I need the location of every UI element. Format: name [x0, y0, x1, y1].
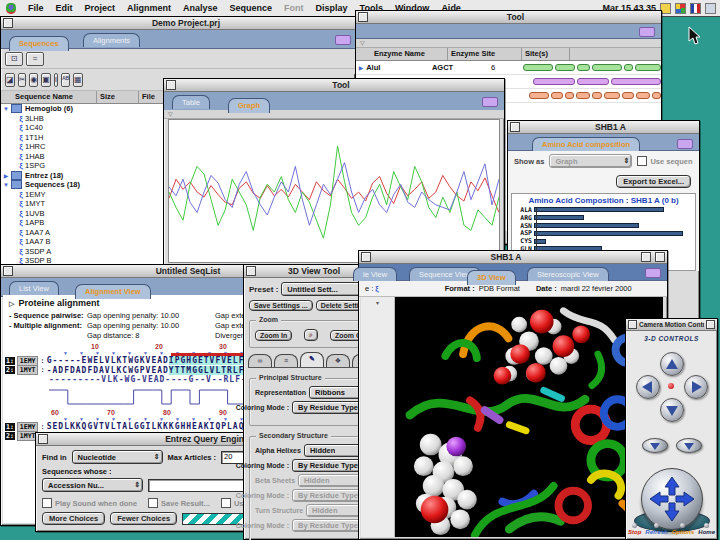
close-box[interactable] — [358, 12, 368, 22]
keyboard-layout-flag-icon[interactable] — [690, 3, 701, 14]
camera-tilt-right-button[interactable] — [676, 438, 702, 453]
tab-alignments[interactable]: Alignments — [83, 33, 140, 47]
viewer-side-controls[interactable]: ▾ — [361, 297, 395, 537]
close-box[interactable] — [166, 80, 176, 90]
rotate-icon[interactable]: ❖ — [326, 354, 350, 367]
zoom-in-button[interactable]: Zoom In — [255, 330, 292, 341]
save-settings-button[interactable]: Save Settings ... — [249, 300, 313, 311]
camera-left-button[interactable] — [636, 375, 660, 399]
close-box[interactable] — [628, 320, 637, 329]
camera-trackball[interactable] — [641, 468, 703, 530]
use-sequence-checkbox[interactable]: Use sequen — [637, 156, 692, 166]
camera-home-button[interactable]: Home — [698, 523, 715, 535]
collapse-widget-icon[interactable] — [335, 35, 351, 45]
menu-file[interactable]: File — [22, 3, 50, 13]
viewer-titlebar[interactable]: SHB1 A — [359, 251, 667, 264]
tab-3d-view[interactable]: 3D View — [467, 270, 516, 285]
menu-project[interactable]: Project — [79, 3, 122, 13]
twist-icon[interactable]: ▶ — [356, 64, 366, 71]
zoom-box[interactable] — [641, 252, 651, 262]
project-toolbar-top: ⊡= — [1, 49, 357, 69]
collapse-box[interactable] — [655, 252, 665, 262]
sequence-icon: ξ — [17, 228, 25, 237]
column-sequence-name[interactable]: Sequence Name — [1, 91, 97, 103]
field-select[interactable]: Accession Nu...⇕ — [42, 478, 143, 492]
menu-display[interactable]: Display — [310, 3, 354, 13]
close-box[interactable] — [246, 266, 256, 276]
amino-titlebar[interactable]: SHB1 A — [508, 121, 699, 134]
column-size[interactable]: Size — [97, 91, 139, 103]
camera-down-button[interactable] — [660, 398, 684, 422]
cursor-icon[interactable]: I — [54, 73, 58, 87]
twist-icon[interactable]: ▼ — [1, 106, 11, 112]
graph-disclosure[interactable]: ▽ — [164, 110, 504, 119]
tab-table[interactable]: Table — [172, 95, 210, 109]
find-in-select[interactable]: Nucleotide⇕ — [72, 450, 163, 464]
camera-stop-button[interactable]: Stop — [628, 523, 641, 535]
pencil-icon[interactable]: ✎ — [300, 352, 324, 367]
lock-icon[interactable]: ⊡ — [5, 52, 23, 66]
principal-group-label: Principal Structure — [256, 374, 325, 381]
enzyme-row[interactable]: ▶AluIAGCT6 — [356, 61, 661, 75]
fewer-choices-button[interactable]: Fewer Choices — [110, 512, 177, 525]
tab-alignment-view[interactable]: Alignment View — [75, 284, 151, 299]
apple-menu-icon[interactable] — [6, 3, 16, 14]
enzyme-titlebar[interactable]: Tool — [356, 11, 661, 24]
collapse-widget-icon[interactable] — [677, 139, 693, 149]
menu-sequence[interactable]: Sequence — [224, 3, 279, 13]
close-box[interactable] — [361, 252, 371, 262]
show-as-select[interactable]: Graph⇕ — [549, 154, 632, 168]
close-box[interactable] — [510, 122, 520, 132]
twist-icon[interactable]: ▼ — [1, 182, 11, 188]
preset-select[interactable]: Untitled Sett...⇕ — [281, 282, 368, 296]
project-titlebar[interactable]: Demo Project.prj — [1, 17, 357, 30]
export-to-excel-button[interactable]: Export to Excel... — [616, 175, 691, 188]
scissors-icon[interactable]: ✂ — [18, 73, 27, 87]
column-enzyme-name[interactable]: Enzyme Name — [356, 48, 448, 60]
binoculars-icon[interactable]: ∞ — [248, 354, 272, 367]
menu-analyse[interactable]: Analyse — [177, 3, 224, 13]
graph-titlebar[interactable]: Tool — [164, 79, 504, 92]
equals-icon[interactable]: = — [26, 52, 44, 66]
column-site-s-[interactable]: Site(s) — [522, 48, 570, 60]
color-grid-icon[interactable] — [675, 3, 686, 14]
tab-le-view[interactable]: le View — [353, 267, 397, 281]
camera-right-button[interactable] — [684, 375, 708, 399]
sliders-icon[interactable]: ≡ — [274, 354, 298, 367]
tab-list-view[interactable]: List View — [9, 281, 59, 295]
menu-alignment[interactable]: Alignment — [121, 3, 177, 13]
grid-icon[interactable]: ▦ — [73, 73, 83, 87]
tab-amino-acid-composition[interactable]: Amino Acid composition — [532, 137, 640, 151]
close-box[interactable] — [38, 434, 48, 444]
molecule-3d-view[interactable] — [395, 297, 663, 537]
checkbox-play-sound-when-done[interactable]: Play Sound when done — [42, 498, 137, 508]
globe-icon[interactable]: ◉ — [29, 73, 38, 87]
collapse-widget-icon[interactable] — [482, 97, 498, 107]
camera-options-button[interactable]: Options — [672, 523, 695, 535]
finder-icon[interactable] — [705, 3, 716, 14]
collapse-widget-icon[interactable] — [639, 27, 655, 37]
collapse-box[interactable] — [706, 320, 715, 329]
close-box[interactable] — [3, 18, 13, 28]
tab-graph[interactable]: Graph — [228, 98, 270, 113]
collapse-widget-icon[interactable] — [645, 268, 661, 278]
camera-titlebar[interactable]: Camera Motion Contr... — [626, 319, 717, 331]
frame-icon[interactable]: ▣ — [41, 73, 51, 87]
mouse-cursor — [688, 26, 701, 45]
column-enzyme-site[interactable]: Enzyme Site — [448, 48, 522, 60]
more-choices-button[interactable]: More Choices — [42, 512, 105, 525]
twist-icon[interactable]: ▶ — [1, 172, 11, 179]
checkbox-save-result-[interactable]: Save Result... — [148, 498, 210, 508]
magnifier-button[interactable]: ⌕ — [304, 329, 318, 341]
close-box[interactable] — [3, 266, 13, 276]
camera-up-button[interactable] — [660, 352, 684, 376]
tab-stereoscopic-view[interactable]: Stereoscopic View — [527, 267, 609, 281]
tab-sequences[interactable]: Sequences — [9, 36, 69, 51]
menu-edit[interactable]: Edit — [50, 3, 79, 13]
camera-tilt-left-button[interactable] — [642, 438, 668, 453]
stamp-icon[interactable]: ◪ — [5, 73, 15, 87]
ab-icon[interactable]: ᴬᴮ — [61, 73, 70, 87]
enzyme-disclosure[interactable]: ▽ — [356, 39, 661, 48]
camera-refresh-button[interactable]: Refresh — [645, 523, 667, 535]
graph-plot-area — [168, 119, 500, 263]
